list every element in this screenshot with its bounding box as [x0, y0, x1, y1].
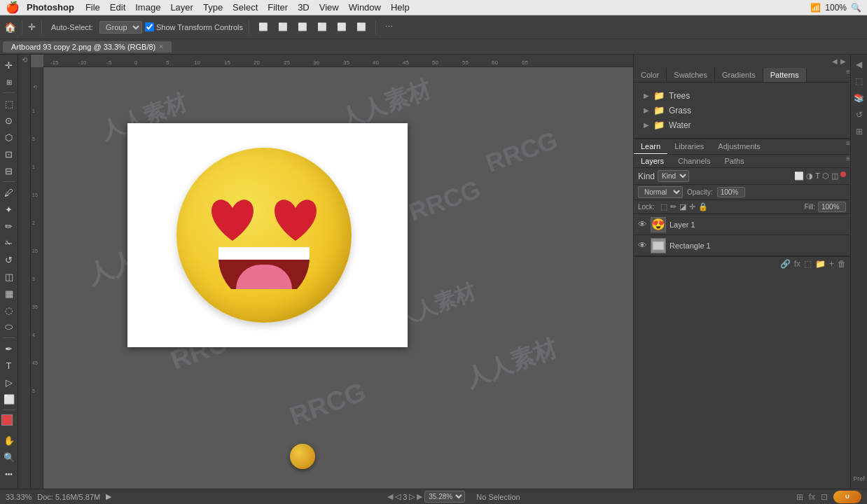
eraser-tool[interactable]: ◫	[1, 269, 17, 284]
clone-tool[interactable]: ✁	[1, 235, 17, 251]
preferences-link[interactable]: Pref	[852, 472, 866, 486]
lock-move-icon[interactable]: ✛	[689, 202, 695, 211]
filter-shape-icon[interactable]: ⬡	[822, 172, 829, 181]
sub-tab-layers[interactable]: Layers	[634, 155, 671, 167]
frame-tool[interactable]: ⊟	[1, 163, 17, 178]
pattern-trees[interactable]: ▶ 📁 Trees	[639, 88, 845, 103]
spot-heal-tool[interactable]: ✦	[1, 202, 17, 217]
blend-mode-dropdown[interactable]: Normal Multiply Screen	[638, 186, 683, 198]
lock-art-icon[interactable]: ◪	[679, 202, 686, 211]
auto-select-dropdown[interactable]: Group Layer	[99, 21, 142, 34]
align-center-h-icon[interactable]: ⬜	[275, 21, 291, 33]
menu-image[interactable]: Image	[135, 2, 160, 13]
menu-window[interactable]: Window	[349, 2, 381, 13]
add-style-icon[interactable]: fx	[794, 259, 800, 269]
layer-1-visibility-icon[interactable]: 👁	[638, 219, 647, 230]
brush-tool[interactable]: ✏	[1, 218, 17, 234]
menu-select[interactable]: Select	[233, 2, 258, 13]
home-icon[interactable]: 🏠	[4, 22, 16, 33]
layer-row-2[interactable]: 👁 Rectangle 1	[634, 235, 850, 256]
history-brush-tool[interactable]: ↺	[1, 252, 17, 267]
prev-page-icon[interactable]: ◁	[395, 492, 401, 501]
align-center-v-icon[interactable]: ⬜	[333, 21, 350, 33]
sub-tab-paths[interactable]: Paths	[718, 155, 751, 167]
next-page-icon[interactable]: ▷	[409, 492, 415, 501]
tab-gradients[interactable]: Gradients	[715, 68, 763, 82]
tab-color[interactable]: Color	[634, 68, 667, 82]
crop-tool[interactable]: ⊡	[1, 146, 17, 162]
lock-position-icon[interactable]: ⬚	[660, 202, 667, 211]
properties-btn[interactable]: ⊞	[852, 125, 866, 139]
menu-help[interactable]: Help	[391, 2, 410, 13]
libraries-btn[interactable]: 📚	[852, 91, 866, 105]
fill-value[interactable]: 100%	[818, 202, 846, 212]
move-tool[interactable]: ✛	[1, 57, 17, 73]
tab-adjustments[interactable]: Adjustments	[711, 139, 768, 154]
status-icon-2[interactable]: fx	[809, 492, 815, 502]
transform-controls-checkbox[interactable]	[145, 22, 154, 31]
tab-swatches[interactable]: Swatches	[667, 68, 715, 82]
canvas-btn[interactable]: ⬚	[852, 74, 866, 88]
menu-view[interactable]: View	[319, 2, 339, 13]
opacity-value[interactable]: 100%	[717, 187, 745, 197]
menu-filter[interactable]: Filter	[268, 2, 288, 13]
kind-dropdown[interactable]: Kind	[658, 170, 689, 182]
layer-2-visibility-icon[interactable]: 👁	[638, 240, 647, 251]
prev-page-btn[interactable]: ◀	[387, 492, 393, 501]
add-mask-icon[interactable]: ⬚	[804, 259, 812, 269]
foreground-color[interactable]	[1, 414, 17, 430]
status-icon-3[interactable]: ⊡	[821, 492, 828, 502]
menu-3d[interactable]: 3D	[298, 2, 310, 13]
delete-layer-icon[interactable]: 🗑	[838, 259, 846, 269]
hand-tool[interactable]: ✋	[1, 433, 17, 448]
pattern-water[interactable]: ▶ 📁 Water	[639, 118, 845, 132]
next-page-btn[interactable]: ▶	[417, 492, 422, 501]
canvas-content[interactable]: 人人素材 RRCG 人人素材 RRCG 人人素材 RRCG 人人素材 RRCG …	[43, 67, 633, 489]
new-layer-icon[interactable]: +	[829, 259, 834, 269]
path-select-tool[interactable]: ▷	[1, 374, 17, 390]
doc-tab-1[interactable]: Artboard 93 copy 2.png @ 33.3% (RGB/8) ×	[3, 41, 172, 52]
tab-patterns[interactable]: Patterns	[763, 68, 807, 82]
gradient-tool[interactable]: ▦	[1, 286, 17, 301]
menu-edit[interactable]: Edit	[110, 2, 125, 13]
tab-close-button[interactable]: ×	[159, 43, 163, 50]
type-tool[interactable]: T	[1, 358, 17, 373]
align-right-icon[interactable]: ⬜	[294, 21, 311, 33]
eyedropper-tool[interactable]: 🖊	[1, 185, 17, 200]
new-group-icon[interactable]: 📁	[815, 259, 826, 269]
marquee-tool[interactable]: ⬚	[1, 96, 17, 111]
filter-pixel-icon[interactable]: ⬜	[794, 172, 804, 181]
status-icon-1[interactable]: ⊞	[796, 492, 803, 502]
lock-draw-icon[interactable]: ✏	[670, 202, 677, 211]
apple-logo[interactable]: 🍎	[6, 1, 20, 14]
pen-tool[interactable]: ✒	[1, 341, 17, 356]
menu-type[interactable]: Type	[203, 2, 223, 13]
filter-smart-icon[interactable]: ◫	[831, 172, 838, 181]
dodge-tool[interactable]: ⬭	[1, 319, 17, 335]
align-bottom-icon[interactable]: ⬜	[353, 21, 370, 33]
panel-expand-btn[interactable]: ◀	[852, 57, 866, 71]
lock-all-icon[interactable]: 🔒	[698, 202, 708, 211]
link-layers-icon[interactable]: 🔗	[780, 259, 791, 269]
canvas-rotate-icon[interactable]: ⟲	[22, 56, 27, 64]
more-icon[interactable]: ⋯	[382, 21, 396, 33]
more-tools-btn[interactable]: •••	[1, 466, 17, 482]
pattern-grass[interactable]: ▶ 📁 Grass	[639, 103, 845, 118]
zoom-dropdown[interactable]: 35.28%	[424, 491, 465, 503]
sub-tab-channels[interactable]: Channels	[671, 155, 717, 167]
lasso-tool[interactable]: ⊙	[1, 113, 17, 128]
menu-file[interactable]: File	[85, 2, 100, 13]
quick-select-tool[interactable]: ⬡	[1, 130, 17, 145]
canvas-area[interactable]: -15 -10 -5 0 5 10 15 20 25 30 35 40 45 5…	[31, 55, 633, 489]
move-tool-icon[interactable]: ✛	[28, 22, 36, 32]
panel-collapse-right[interactable]: ▶	[839, 56, 847, 66]
layer-row-1[interactable]: 👁 😍 Layer 1	[634, 214, 850, 235]
filter-type-icon[interactable]: T	[815, 172, 820, 181]
menu-layer[interactable]: Layer	[170, 2, 193, 13]
blur-tool[interactable]: ◌	[1, 302, 17, 318]
tab-learn[interactable]: Learn	[634, 139, 667, 154]
align-top-icon[interactable]: ⬜	[314, 21, 331, 33]
history-btn[interactable]: ↺	[852, 108, 866, 122]
tab-libraries[interactable]: Libraries	[667, 139, 711, 154]
filter-adj-icon[interactable]: ◑	[806, 172, 813, 181]
